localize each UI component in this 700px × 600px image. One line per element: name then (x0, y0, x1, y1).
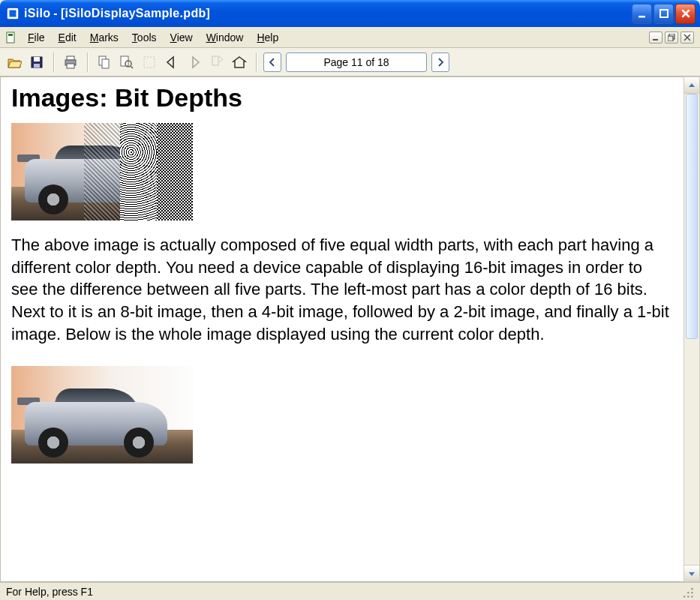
home-button[interactable] (230, 52, 249, 72)
status-help-text: For Help, press F1 (6, 586, 93, 598)
close-button[interactable] (675, 4, 695, 24)
menu-help[interactable]: Help (250, 29, 285, 46)
scroll-track[interactable] (684, 94, 699, 565)
svg-point-21 (691, 596, 693, 598)
forward-button[interactable] (185, 52, 204, 72)
toolbar: Page 11 of 18 (0, 48, 700, 76)
document-area: Images: Bit Depths The above image is ac… (0, 76, 683, 582)
scroll-thumb[interactable] (686, 94, 698, 339)
svg-rect-19 (144, 57, 155, 68)
bit-depth-demo-image (11, 123, 193, 220)
copy-button[interactable] (95, 52, 114, 72)
svg-rect-5 (8, 34, 13, 36)
select-button[interactable] (140, 52, 159, 72)
app-icon (6, 7, 20, 20)
svg-rect-11 (34, 64, 40, 68)
title-doc: [iSiloDisplaySample.pdb] (61, 7, 210, 20)
title-app: iSilo (24, 7, 50, 20)
svg-rect-1 (10, 10, 17, 17)
menu-tools[interactable]: Tools (125, 29, 164, 46)
svg-rect-14 (67, 64, 74, 68)
menu-view[interactable]: View (164, 29, 200, 46)
svg-point-25 (687, 592, 689, 594)
body-paragraph: The above image is actually composed of … (11, 234, 673, 345)
page-prev-button[interactable] (263, 52, 281, 72)
svg-rect-6 (653, 39, 658, 40)
page-indicator[interactable]: Page 11 of 18 (286, 52, 427, 72)
resize-grip-icon[interactable] (680, 585, 694, 598)
menu-edit[interactable]: Edit (52, 29, 83, 46)
page-indicator-label: Page 11 of 18 (323, 56, 389, 68)
page-next-button[interactable] (431, 52, 449, 72)
vertical-scrollbar[interactable] (683, 76, 700, 582)
svg-rect-16 (102, 59, 109, 68)
mdi-close-button[interactable] (680, 32, 694, 44)
svg-rect-20 (212, 56, 218, 65)
menu-window[interactable]: Window (200, 29, 251, 46)
svg-point-23 (691, 592, 693, 594)
page-heading: Images: Bit Depths (11, 83, 673, 112)
document-icon (5, 32, 17, 44)
svg-point-26 (691, 587, 693, 590)
minimize-button[interactable] (632, 4, 652, 24)
mdi-minimize-button[interactable] (649, 32, 662, 44)
back-button[interactable] (162, 52, 182, 72)
titlebar: iSilo - [iSiloDisplaySample.pdb] (0, 0, 700, 27)
full-color-image (11, 366, 193, 464)
print-button[interactable] (61, 52, 80, 72)
svg-rect-8 (668, 36, 673, 41)
svg-point-24 (683, 596, 686, 598)
menubar: File Edit Marks Tools View Window Help (0, 27, 700, 48)
svg-rect-2 (638, 16, 645, 18)
mdi-restore-button[interactable] (665, 32, 678, 44)
scroll-up-button[interactable] (684, 77, 699, 94)
scroll-down-button[interactable] (684, 565, 699, 581)
menu-file[interactable]: File (21, 29, 52, 46)
find-button[interactable] (117, 52, 137, 72)
open-button[interactable] (5, 52, 24, 72)
svg-rect-12 (67, 56, 74, 60)
up-button[interactable] (207, 52, 227, 72)
menu-marks[interactable]: Marks (83, 29, 125, 46)
title-sep: - (53, 7, 58, 20)
maximize-button[interactable] (653, 4, 674, 24)
statusbar: For Help, press F1 (0, 582, 700, 600)
svg-rect-3 (660, 10, 668, 17)
save-button[interactable] (27, 52, 47, 72)
svg-rect-10 (34, 57, 40, 62)
svg-point-22 (687, 596, 689, 598)
